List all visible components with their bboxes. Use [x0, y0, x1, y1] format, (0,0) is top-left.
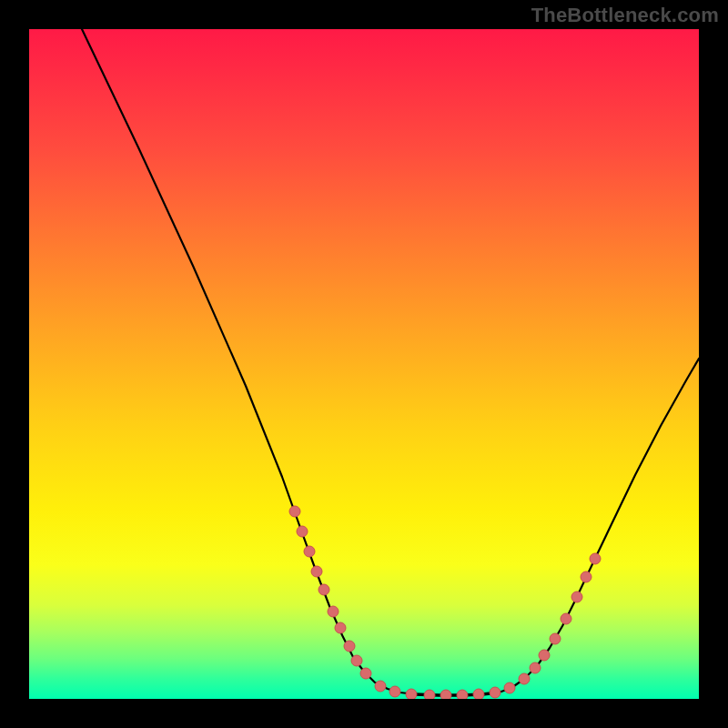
highlight-dot: [504, 682, 515, 693]
highlight-dot: [581, 571, 592, 582]
highlight-dot: [490, 687, 500, 698]
highlight-dot: [457, 690, 468, 699]
highlight-dot: [561, 613, 571, 624]
highlight-dot: [539, 650, 550, 661]
highlight-dot: [375, 681, 386, 692]
curve-left-branch: [82, 29, 415, 694]
highlight-dot: [590, 553, 601, 564]
highlight-dot: [440, 690, 451, 699]
highlight-dot: [318, 584, 329, 595]
highlight-dot: [406, 689, 417, 699]
watermark-text: TheBottleneck.com: [531, 4, 719, 27]
highlight-dot: [335, 622, 346, 633]
highlight-dot: [473, 689, 484, 699]
highlight-dot: [311, 566, 322, 577]
bottleneck-curve: [82, 29, 699, 695]
chart-frame: TheBottleneck.com: [0, 0, 728, 728]
highlight-dot: [344, 641, 355, 652]
highlight-dot: [424, 690, 435, 699]
highlight-dot: [571, 592, 582, 602]
curve-overlay: [29, 29, 699, 699]
highlight-dot: [530, 662, 541, 673]
highlight-dot: [389, 686, 400, 697]
plot-area: [29, 29, 699, 699]
highlight-dot: [289, 506, 300, 517]
highlight-dot: [351, 655, 362, 666]
highlight-dot: [297, 526, 308, 537]
highlight-dot: [550, 633, 561, 644]
curve-right-branch: [499, 359, 699, 693]
highlight-dot: [519, 673, 530, 684]
highlight-dots-group: [289, 506, 601, 699]
highlight-dot: [328, 606, 339, 617]
highlight-dot: [360, 668, 371, 679]
highlight-dot: [304, 546, 315, 557]
